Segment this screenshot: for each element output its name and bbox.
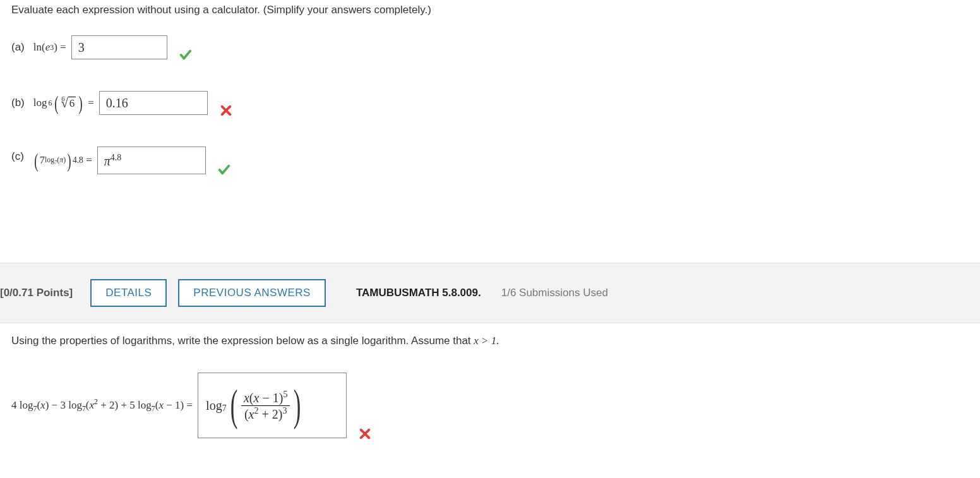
question-1: Evaluate each expression without using a… — [0, 0, 980, 225]
question-2: Using the properties of logarithms, writ… — [0, 323, 980, 450]
answer-input-a[interactable]: 3 — [71, 35, 167, 59]
answer-value-b: 0.16 — [106, 96, 128, 111]
q2-equation: 4 log7(x) − 3 log7(x2 + 2) + 5 log7(x − … — [11, 373, 969, 438]
points-label: [0/0.71 Points] — [0, 287, 73, 299]
q1-instruction: Evaluate each expression without using a… — [11, 4, 969, 16]
x-icon — [219, 104, 233, 117]
check-icon — [217, 163, 231, 177]
q2-lhs: 4 log7(x) − 3 log7(x2 + 2) + 5 log7(x − … — [11, 397, 193, 414]
q2-instr-cond: x > 1. — [474, 335, 499, 347]
check-icon — [179, 48, 193, 62]
details-button[interactable]: DETAILS — [90, 279, 167, 307]
expr-c: (7log7(π))4.8 = — [33, 149, 92, 172]
answer-input-b[interactable]: 0.16 — [99, 91, 208, 115]
part-label-a: (a) — [11, 41, 25, 54]
answer-value-a: 3 — [78, 40, 85, 55]
q2-instr-prefix: Using the properties of logarithms, writ… — [11, 335, 474, 347]
expr-a: ln(e3) = — [33, 41, 66, 54]
expr-b: log6(6√6) = — [33, 92, 94, 115]
answer-value-q2: log7 ( x(x − 1)5 (x2 + 2)3 ) — [206, 383, 305, 427]
x-icon — [358, 427, 372, 441]
source-code: TAMUBUSMATH 5.8.009. — [356, 287, 481, 299]
q2-instruction: Using the properties of logarithms, writ… — [11, 335, 969, 347]
q1-part-a: (a) ln(e3) = 3 — [11, 35, 969, 59]
q1-part-b: (b) log6(6√6) = 0.16 — [11, 91, 969, 115]
part-label-c: (c) — [11, 150, 24, 163]
part-label-b: (b) — [11, 97, 25, 109]
previous-answers-button[interactable]: PREVIOUS ANSWERS — [178, 279, 326, 307]
answer-c-exp: 4.8 — [111, 153, 122, 162]
answer-input-q2[interactable]: log7 ( x(x − 1)5 (x2 + 2)3 ) — [198, 373, 347, 438]
question-header: [0/0.71 Points] DETAILS PREVIOUS ANSWERS… — [0, 263, 980, 323]
q1-part-c: (c) (7log7(π))4.8 = π4.8 — [11, 146, 969, 174]
answer-value-c: π4.8 — [104, 153, 122, 169]
answer-c-base: π — [104, 153, 111, 167]
submissions-used: 1/6 Submissions Used — [501, 287, 608, 299]
answer-input-c[interactable]: π4.8 — [97, 146, 206, 174]
